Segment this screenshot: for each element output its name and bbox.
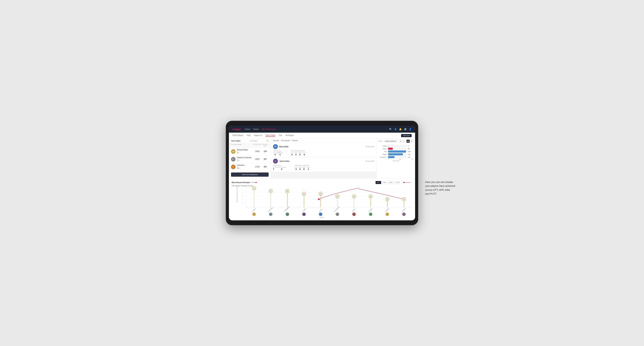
bar-chart: Eagles 3 Birdies — [378, 145, 413, 158]
nav-teams[interactable]: Teams — [253, 128, 259, 130]
player-col-ford: 4x D. Ford D — [346, 188, 362, 207]
avatar: D — [352, 212, 356, 216]
player-row[interactable]: RB Richard Butler 🏅 1 19/20 110 — [229, 148, 271, 155]
streak-bar — [337, 198, 338, 207]
bar-label: Birdies — [378, 148, 387, 150]
detail-view-button[interactable]: ☰ — [410, 140, 413, 143]
bar-value: 3 — [408, 145, 413, 147]
player-name: Richard Butler — [237, 149, 253, 151]
grid-view-button[interactable]: ⊞ — [399, 140, 402, 143]
avatar-icon[interactable]: 👤 — [409, 128, 412, 131]
bar-fill — [388, 156, 394, 158]
stat-app: 0 — [294, 154, 297, 156]
view-full-leaderboard-button[interactable]: View Full Leaderboard — [231, 173, 268, 177]
player-pb-avg: 110 — [262, 151, 268, 152]
arrow-icon — [251, 181, 258, 184]
player-col-coles: 5x J. Coles J — [296, 188, 312, 207]
edit-icon[interactable]: ✏️ — [267, 140, 268, 142]
subnav-tour[interactable]: Tour — [279, 134, 282, 137]
team-title: Team Clippd — [231, 140, 240, 142]
filter-app[interactable]: APP — [382, 181, 388, 184]
bell-icon[interactable]: 🔔 — [399, 128, 402, 131]
streak-bubble: 3x — [402, 197, 406, 201]
left-panel: Team Clippd | 14 Players ✏️ PLAYER NAME … — [229, 139, 271, 178]
bar-row-pars: Pars 499 — [378, 151, 413, 153]
player-col-mcherg: 6x B. McHerg B — [262, 188, 279, 207]
avatar: C — [402, 212, 406, 216]
tab-tournament[interactable]: Tournament — [281, 140, 290, 142]
nav-home[interactable]: Home — [245, 128, 250, 130]
tablet-screen: clippd Home Teams My Performance 🔍 👤 🔔 ⚙… — [229, 126, 415, 220]
card-date: 26 Aug 2023 — [366, 160, 374, 162]
streak-bar — [270, 193, 271, 207]
bar-row-bogeys: Bogeys 311 — [378, 153, 413, 155]
stats-row: Total Rounds Tournament 8 Practice 4 — [273, 150, 374, 156]
player-badge: 🥉 3 — [237, 168, 240, 169]
settings-icon[interactable]: ⚙️ — [404, 128, 407, 131]
bar-fill — [388, 151, 406, 153]
streak-bubble: 7x — [252, 186, 256, 190]
streak-bubble: 6x — [269, 189, 273, 193]
bar-value: 499 — [408, 151, 413, 152]
bar-value: 131 — [408, 156, 413, 158]
player-row[interactable]: EC Edward Crossman 🥈 2 18/20 107 — [229, 155, 271, 163]
search-icon[interactable]: 🔍 — [389, 128, 392, 131]
player-info: Edward Crossman 🥈 2 — [237, 157, 253, 162]
avatar: R — [319, 212, 322, 216]
streak-bar — [304, 196, 304, 207]
add-team-button[interactable]: Add Team — [401, 134, 412, 137]
period-select[interactable]: Last 3 months ▾ — [384, 140, 397, 143]
tab-practice[interactable]: Practice — [292, 140, 298, 142]
filter-putt[interactable]: PUTT — [394, 181, 401, 184]
avatar: D — [286, 212, 289, 216]
filter-arg[interactable]: ARG — [388, 181, 394, 184]
player-card-josh: JC Josh Coles 26 Aug 2023 Total Rounds T… — [271, 157, 376, 172]
bar-row-dbogeys: D. Bogeys + 131 — [378, 156, 413, 158]
chart-subtitle: Off The Tee, Fairway Accuracy — [232, 185, 412, 187]
subnav-team-clippd[interactable]: Team Clippd — [266, 134, 275, 137]
avatar: JC — [273, 159, 278, 164]
streak-bar — [254, 190, 254, 207]
avatar: B — [269, 212, 272, 216]
stat-label-activities: Total Practice Activities — [291, 150, 306, 152]
bar-track — [388, 151, 407, 153]
col-player-name: PLAYER NAME — [231, 144, 253, 147]
chart-x-axis: 0 200 400 — [378, 158, 413, 160]
player-col-name: D. Ford — [352, 208, 356, 212]
list-view-button[interactable]: ≡ — [403, 140, 406, 143]
avatar: J — [302, 212, 306, 216]
streak-bar — [320, 196, 321, 207]
user-icon[interactable]: 👤 — [394, 128, 397, 131]
subnav-pga[interactable]: PGA — [247, 134, 250, 137]
stat-ott: 0 — [291, 154, 294, 156]
player-badge: 🏅 1 — [237, 152, 240, 154]
player-col-quick: 3x C. Quick C — [396, 188, 412, 207]
arrow-to-filters — [402, 181, 412, 184]
player-col-name: J. Coles — [302, 208, 306, 212]
streak-bubble: 4x — [336, 194, 339, 198]
stat-arg: 0 — [302, 168, 306, 170]
card-date: 02 Sep 2023 — [366, 146, 374, 148]
avatar: RB — [231, 149, 236, 154]
chart-view-button[interactable]: ▦ — [406, 140, 410, 143]
player-pb-score: 19/20 — [253, 151, 262, 152]
streak-bubble: 3x — [385, 197, 389, 201]
subnav-hcaps[interactable]: Hcaps 1-5 — [254, 134, 262, 137]
players-x-label: Players — [232, 217, 412, 218]
nav-my-performance[interactable]: My Performance — [262, 128, 276, 130]
tab-rounds[interactable]: Rounds — [273, 140, 279, 142]
avatar: EC — [231, 157, 236, 162]
right-panel-header: Show Last 3 months ▾ ⊞ ≡ ▦ ☰ — [376, 139, 415, 144]
player-row[interactable]: C Cameron... 🥉 3 17/20 103 — [229, 163, 271, 171]
player-badge: 🥈 2 — [237, 160, 240, 161]
stat-label-rounds: Total Rounds — [273, 150, 282, 152]
filter-ott[interactable]: OTT — [376, 181, 381, 184]
nav-icons: 🔍 👤 🔔 ⚙️ 👤 — [389, 128, 412, 131]
bar-track — [388, 153, 407, 155]
subnav-pgat[interactable]: PGAT Players — [232, 134, 243, 137]
chart-title: Total Shots — [378, 160, 413, 162]
streak-bubble: 6x — [286, 189, 289, 193]
player-info: Richard Butler 🏅 1 — [237, 149, 253, 154]
streak-bubble: 4x — [369, 194, 372, 198]
subnav-all-players[interactable]: All Players — [286, 134, 294, 137]
